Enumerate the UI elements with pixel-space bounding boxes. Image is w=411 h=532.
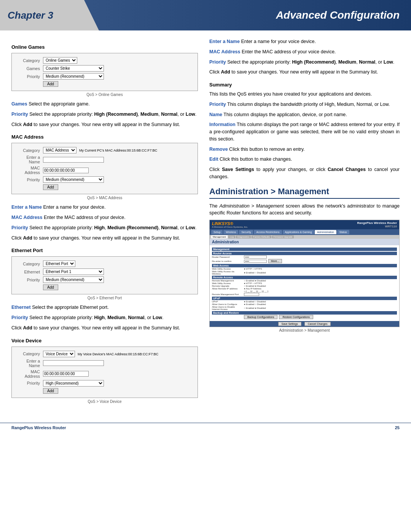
ethernet-port-box: Category Ethernet Port Ethernet Ethernet… bbox=[11, 256, 198, 294]
voice-priority-select[interactable]: High (Recommend) bbox=[43, 380, 104, 387]
web-wireless-radio: ● Enabled ○ Disabled bbox=[244, 272, 266, 274]
cat-label: Category bbox=[15, 146, 41, 154]
re-enter-row: Re-enter to confirm More... bbox=[212, 259, 397, 263]
chapter-label: Chapter 3 bbox=[0, 0, 99, 30]
eth-cat-label: Category bbox=[15, 260, 41, 268]
table-row: MAC Address bbox=[15, 369, 194, 379]
admin-page-title: Administration bbox=[210, 239, 399, 245]
footer-product-name: RangePlus Wireless Router bbox=[11, 425, 66, 430]
nav-tab-access[interactable]: Access Restrictions bbox=[254, 230, 282, 234]
mac-priority-select[interactable]: Medium (Recommend) bbox=[43, 176, 104, 183]
normal3: Normal bbox=[128, 315, 144, 320]
ethernet-desc: Ethernet Select the appropriate Ethernet… bbox=[11, 304, 198, 311]
sub-tab-diagnostics[interactable]: Diagnostics bbox=[236, 235, 251, 238]
admin-screenshot-caption: Administration > Management bbox=[209, 328, 400, 332]
nav-tab-status[interactable]: Status bbox=[337, 230, 349, 234]
ethernet-term: Ethernet bbox=[11, 305, 31, 310]
medium-recommend2: Medium (Recommend) bbox=[107, 225, 158, 230]
priority-select[interactable]: Medium (Recommend) bbox=[43, 73, 104, 80]
remote-management-row: Remote Management ○ Enabled ● Disabled bbox=[212, 280, 397, 282]
backup-restore-row: Backup Configurations Restore Configurat… bbox=[212, 315, 397, 319]
remote-ip-fields: ○ [ __ ].[ __ ].[ __ ].[ __ ] bbox=[244, 290, 268, 292]
save-settings-button[interactable]: Save Settings bbox=[278, 322, 301, 326]
table-row: Add bbox=[15, 184, 194, 191]
medium4: Medium bbox=[338, 59, 356, 65]
summary-remove-desc: Remove Click this button to remove an en… bbox=[209, 146, 400, 153]
upnp-configure-row: Allow Users to Configure ● Enabled ○ Dis… bbox=[212, 303, 397, 305]
restore-config-button[interactable]: Restore Configurations bbox=[279, 315, 313, 319]
sub-tab-firmware[interactable]: Firmware Upgrade bbox=[272, 235, 294, 238]
remote-mgmt-port-input[interactable] bbox=[244, 293, 259, 296]
mac-category-select[interactable]: MAC Address bbox=[43, 147, 76, 153]
voice-device-heading: Voice Device bbox=[11, 338, 198, 343]
mac-address-desc: MAC Address Enter the MAC address of you… bbox=[11, 214, 198, 221]
nav-tab-security[interactable]: Security bbox=[239, 230, 253, 234]
summary-priority-desc: Priority This column displays the bandwi… bbox=[209, 101, 400, 108]
nav-tab-apps[interactable]: Applications & Gaming bbox=[283, 230, 314, 234]
web-access-section: Web Access bbox=[212, 264, 397, 267]
mac-add-button[interactable]: Add bbox=[43, 184, 58, 190]
eth-port-select[interactable]: Ethernet Port 1 bbox=[43, 268, 104, 275]
save-settings-bold: Save Settings bbox=[222, 167, 254, 172]
sub-tab-management[interactable]: Management bbox=[211, 235, 228, 238]
voice-add-button[interactable]: Add bbox=[43, 388, 58, 394]
eth-category-select[interactable]: Ethernet Port bbox=[43, 260, 75, 267]
table-row: Games Counter Strike bbox=[15, 64, 194, 72]
normal1: Normal bbox=[161, 112, 177, 117]
click-add-desc2: Click Add to save your changes. Your new… bbox=[11, 235, 198, 242]
mac-address-table: Category MAC Address My Current PC's MAC… bbox=[15, 146, 194, 191]
router-password-row: Router Password bbox=[212, 256, 397, 259]
sub-tab-factory[interactable]: Factory Defaults bbox=[252, 235, 271, 238]
online-games-caption: QoS > Online Games bbox=[11, 93, 198, 97]
add-button[interactable]: Add bbox=[43, 81, 58, 87]
linksys-logo: LINKSYS® A Division of Cisco Systems, In… bbox=[212, 221, 248, 228]
nav-tab-wireless[interactable]: Wireless bbox=[223, 230, 238, 234]
table-row: Add bbox=[15, 387, 194, 395]
category-select[interactable]: Online Games bbox=[43, 57, 77, 64]
voice-enter-name-input[interactable] bbox=[43, 360, 104, 366]
router-access-btn[interactable]: More... bbox=[268, 259, 282, 263]
table-row: Category Ethernet Port bbox=[15, 260, 194, 268]
mac-addr-input[interactable] bbox=[43, 168, 89, 173]
priority-value: Medium (Recommend) bbox=[41, 72, 194, 80]
remote-ip-row: Allow Remote IP address ● Any IP Address bbox=[212, 288, 397, 290]
voice-enter-name-term: Enter a Name bbox=[209, 39, 240, 44]
nav-tab-setup[interactable]: Setup bbox=[211, 230, 223, 234]
linksys-tagline: A Division of Cisco Systems, Inc. bbox=[212, 226, 248, 228]
voice-cat-label: Category bbox=[15, 350, 41, 358]
mac-address-caption: QoS > MAC Address bbox=[11, 196, 198, 200]
games-select[interactable]: Counter Strike bbox=[43, 65, 104, 72]
backup-config-button[interactable]: Backup Configurations bbox=[244, 315, 277, 319]
summary-name-term: Name bbox=[209, 112, 222, 117]
admin-content-area: Management Router Access Router Password… bbox=[210, 245, 399, 321]
router-password-input[interactable] bbox=[244, 256, 267, 259]
cancel-changes-button[interactable]: Cancel Changes bbox=[304, 322, 331, 326]
high2: High bbox=[94, 225, 105, 230]
voice-mac-input[interactable] bbox=[43, 371, 89, 377]
enter-name-input[interactable] bbox=[43, 157, 104, 163]
nav-tab-admin[interactable]: Administration bbox=[315, 230, 336, 234]
mac-addr-label: MAC Address bbox=[15, 165, 41, 176]
summary-remove-term: Remove bbox=[209, 147, 228, 152]
low2: Low bbox=[186, 225, 195, 230]
medium1: Medium bbox=[140, 112, 158, 117]
table-row: Priority High (Recommend) bbox=[15, 379, 194, 387]
summary-priority-term: Priority bbox=[209, 102, 226, 107]
voice-category-select[interactable]: Voice Device bbox=[43, 351, 75, 357]
ethernet-port-caption: QoS > Ethernet Port bbox=[11, 296, 198, 300]
eth-add-button[interactable]: Add bbox=[43, 284, 58, 290]
priority-lbl2: Priority bbox=[15, 176, 41, 184]
summary-information-desc: Information This column displays the por… bbox=[209, 121, 400, 142]
re-enter-input[interactable] bbox=[244, 260, 267, 263]
eth-priority-select[interactable]: Medium (Recommend) bbox=[43, 276, 104, 283]
main-content: Online Games Category Online Games Games… bbox=[0, 30, 411, 415]
mac-enter-name-desc: Enter a Name Enter a name for your devic… bbox=[11, 204, 198, 211]
sub-tab-log[interactable]: Log bbox=[228, 235, 235, 238]
left-column: Online Games Category Online Games Games… bbox=[11, 38, 198, 407]
add-bold4: Add bbox=[221, 69, 230, 75]
page-title: Advanced Configuration bbox=[276, 9, 400, 21]
medium3: Medium bbox=[107, 315, 125, 320]
table-row: Priority Medium (Recommend) bbox=[15, 72, 194, 80]
ethernet-label: Ethernet bbox=[15, 268, 41, 276]
voice-device-box: Category Voice Device My Voice Device's … bbox=[11, 347, 198, 398]
